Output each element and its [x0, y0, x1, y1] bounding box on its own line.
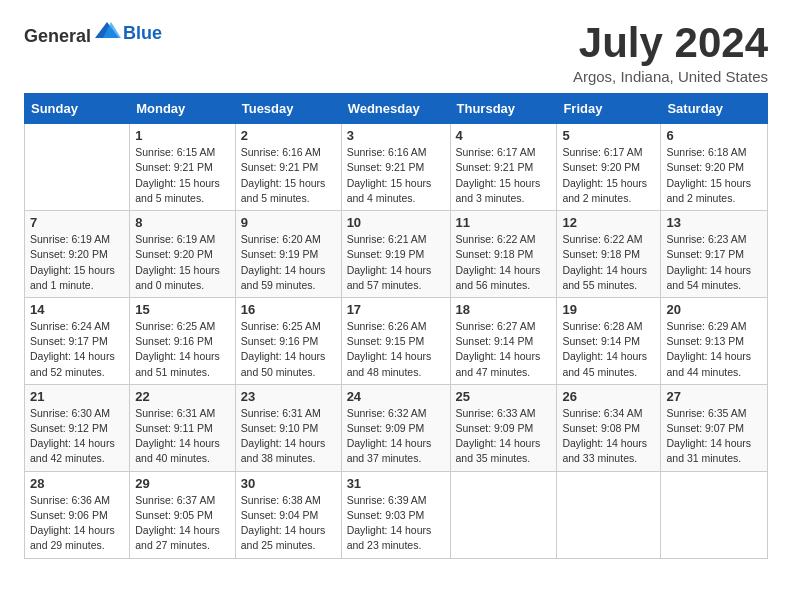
day-info: Sunrise: 6:17 AM Sunset: 9:21 PM Dayligh…: [456, 145, 552, 206]
day-number: 16: [241, 302, 336, 317]
day-number: 9: [241, 215, 336, 230]
day-cell: 27Sunrise: 6:35 AM Sunset: 9:07 PM Dayli…: [661, 384, 768, 471]
calendar-header-row: SundayMondayTuesdayWednesdayThursdayFrid…: [25, 94, 768, 124]
day-number: 12: [562, 215, 655, 230]
day-info: Sunrise: 6:25 AM Sunset: 9:16 PM Dayligh…: [241, 319, 336, 380]
day-number: 15: [135, 302, 230, 317]
day-number: 24: [347, 389, 445, 404]
day-cell: 25Sunrise: 6:33 AM Sunset: 9:09 PM Dayli…: [450, 384, 557, 471]
week-row-1: 1Sunrise: 6:15 AM Sunset: 9:21 PM Daylig…: [25, 124, 768, 211]
day-number: 25: [456, 389, 552, 404]
day-number: 20: [666, 302, 762, 317]
day-cell: 30Sunrise: 6:38 AM Sunset: 9:04 PM Dayli…: [235, 471, 341, 558]
day-number: 7: [30, 215, 124, 230]
day-cell: 5Sunrise: 6:17 AM Sunset: 9:20 PM Daylig…: [557, 124, 661, 211]
day-cell: 19Sunrise: 6:28 AM Sunset: 9:14 PM Dayli…: [557, 297, 661, 384]
day-cell: 6Sunrise: 6:18 AM Sunset: 9:20 PM Daylig…: [661, 124, 768, 211]
day-cell: 7Sunrise: 6:19 AM Sunset: 9:20 PM Daylig…: [25, 211, 130, 298]
day-number: 14: [30, 302, 124, 317]
day-info: Sunrise: 6:38 AM Sunset: 9:04 PM Dayligh…: [241, 493, 336, 554]
subtitle: Argos, Indiana, United States: [573, 68, 768, 85]
day-number: 2: [241, 128, 336, 143]
day-info: Sunrise: 6:28 AM Sunset: 9:14 PM Dayligh…: [562, 319, 655, 380]
day-cell: 22Sunrise: 6:31 AM Sunset: 9:11 PM Dayli…: [130, 384, 236, 471]
day-cell: 2Sunrise: 6:16 AM Sunset: 9:21 PM Daylig…: [235, 124, 341, 211]
day-number: 29: [135, 476, 230, 491]
day-cell: 4Sunrise: 6:17 AM Sunset: 9:21 PM Daylig…: [450, 124, 557, 211]
day-info: Sunrise: 6:20 AM Sunset: 9:19 PM Dayligh…: [241, 232, 336, 293]
day-cell: 1Sunrise: 6:15 AM Sunset: 9:21 PM Daylig…: [130, 124, 236, 211]
column-header-thursday: Thursday: [450, 94, 557, 124]
day-number: 18: [456, 302, 552, 317]
day-info: Sunrise: 6:19 AM Sunset: 9:20 PM Dayligh…: [30, 232, 124, 293]
day-number: 27: [666, 389, 762, 404]
day-info: Sunrise: 6:36 AM Sunset: 9:06 PM Dayligh…: [30, 493, 124, 554]
day-cell: 11Sunrise: 6:22 AM Sunset: 9:18 PM Dayli…: [450, 211, 557, 298]
day-number: 22: [135, 389, 230, 404]
day-info: Sunrise: 6:16 AM Sunset: 9:21 PM Dayligh…: [347, 145, 445, 206]
day-info: Sunrise: 6:26 AM Sunset: 9:15 PM Dayligh…: [347, 319, 445, 380]
day-info: Sunrise: 6:33 AM Sunset: 9:09 PM Dayligh…: [456, 406, 552, 467]
week-row-4: 21Sunrise: 6:30 AM Sunset: 9:12 PM Dayli…: [25, 384, 768, 471]
day-cell: 12Sunrise: 6:22 AM Sunset: 9:18 PM Dayli…: [557, 211, 661, 298]
day-info: Sunrise: 6:17 AM Sunset: 9:20 PM Dayligh…: [562, 145, 655, 206]
day-number: 11: [456, 215, 552, 230]
day-cell: 9Sunrise: 6:20 AM Sunset: 9:19 PM Daylig…: [235, 211, 341, 298]
day-cell: 3Sunrise: 6:16 AM Sunset: 9:21 PM Daylig…: [341, 124, 450, 211]
day-number: 3: [347, 128, 445, 143]
day-info: Sunrise: 6:32 AM Sunset: 9:09 PM Dayligh…: [347, 406, 445, 467]
day-info: Sunrise: 6:34 AM Sunset: 9:08 PM Dayligh…: [562, 406, 655, 467]
day-info: Sunrise: 6:31 AM Sunset: 9:10 PM Dayligh…: [241, 406, 336, 467]
calendar-table: SundayMondayTuesdayWednesdayThursdayFrid…: [24, 93, 768, 558]
day-cell: 28Sunrise: 6:36 AM Sunset: 9:06 PM Dayli…: [25, 471, 130, 558]
day-number: 19: [562, 302, 655, 317]
day-cell: 17Sunrise: 6:26 AM Sunset: 9:15 PM Dayli…: [341, 297, 450, 384]
day-info: Sunrise: 6:19 AM Sunset: 9:20 PM Dayligh…: [135, 232, 230, 293]
column-header-tuesday: Tuesday: [235, 94, 341, 124]
day-info: Sunrise: 6:16 AM Sunset: 9:21 PM Dayligh…: [241, 145, 336, 206]
day-number: 31: [347, 476, 445, 491]
logo-icon: [93, 20, 121, 42]
day-info: Sunrise: 6:15 AM Sunset: 9:21 PM Dayligh…: [135, 145, 230, 206]
day-number: 1: [135, 128, 230, 143]
day-cell: 13Sunrise: 6:23 AM Sunset: 9:17 PM Dayli…: [661, 211, 768, 298]
day-cell: [557, 471, 661, 558]
week-row-3: 14Sunrise: 6:24 AM Sunset: 9:17 PM Dayli…: [25, 297, 768, 384]
day-number: 5: [562, 128, 655, 143]
day-cell: 18Sunrise: 6:27 AM Sunset: 9:14 PM Dayli…: [450, 297, 557, 384]
day-info: Sunrise: 6:37 AM Sunset: 9:05 PM Dayligh…: [135, 493, 230, 554]
day-info: Sunrise: 6:18 AM Sunset: 9:20 PM Dayligh…: [666, 145, 762, 206]
day-info: Sunrise: 6:39 AM Sunset: 9:03 PM Dayligh…: [347, 493, 445, 554]
day-number: 26: [562, 389, 655, 404]
day-number: 28: [30, 476, 124, 491]
day-number: 13: [666, 215, 762, 230]
day-cell: 29Sunrise: 6:37 AM Sunset: 9:05 PM Dayli…: [130, 471, 236, 558]
day-info: Sunrise: 6:23 AM Sunset: 9:17 PM Dayligh…: [666, 232, 762, 293]
day-cell: 20Sunrise: 6:29 AM Sunset: 9:13 PM Dayli…: [661, 297, 768, 384]
day-cell: 10Sunrise: 6:21 AM Sunset: 9:19 PM Dayli…: [341, 211, 450, 298]
day-cell: 21Sunrise: 6:30 AM Sunset: 9:12 PM Dayli…: [25, 384, 130, 471]
day-number: 21: [30, 389, 124, 404]
day-info: Sunrise: 6:24 AM Sunset: 9:17 PM Dayligh…: [30, 319, 124, 380]
day-info: Sunrise: 6:22 AM Sunset: 9:18 PM Dayligh…: [562, 232, 655, 293]
day-number: 6: [666, 128, 762, 143]
day-info: Sunrise: 6:22 AM Sunset: 9:18 PM Dayligh…: [456, 232, 552, 293]
day-cell: 8Sunrise: 6:19 AM Sunset: 9:20 PM Daylig…: [130, 211, 236, 298]
logo-general-text: General: [24, 26, 91, 46]
day-cell: 24Sunrise: 6:32 AM Sunset: 9:09 PM Dayli…: [341, 384, 450, 471]
day-info: Sunrise: 6:31 AM Sunset: 9:11 PM Dayligh…: [135, 406, 230, 467]
day-number: 10: [347, 215, 445, 230]
day-info: Sunrise: 6:27 AM Sunset: 9:14 PM Dayligh…: [456, 319, 552, 380]
day-cell: 14Sunrise: 6:24 AM Sunset: 9:17 PM Dayli…: [25, 297, 130, 384]
day-cell: [661, 471, 768, 558]
day-cell: 23Sunrise: 6:31 AM Sunset: 9:10 PM Dayli…: [235, 384, 341, 471]
day-number: 4: [456, 128, 552, 143]
logo-blue-text: Blue: [123, 23, 162, 43]
title-area: July 2024 Argos, Indiana, United States: [573, 20, 768, 85]
day-cell: 26Sunrise: 6:34 AM Sunset: 9:08 PM Dayli…: [557, 384, 661, 471]
day-info: Sunrise: 6:29 AM Sunset: 9:13 PM Dayligh…: [666, 319, 762, 380]
column-header-friday: Friday: [557, 94, 661, 124]
day-number: 23: [241, 389, 336, 404]
day-info: Sunrise: 6:21 AM Sunset: 9:19 PM Dayligh…: [347, 232, 445, 293]
week-row-5: 28Sunrise: 6:36 AM Sunset: 9:06 PM Dayli…: [25, 471, 768, 558]
